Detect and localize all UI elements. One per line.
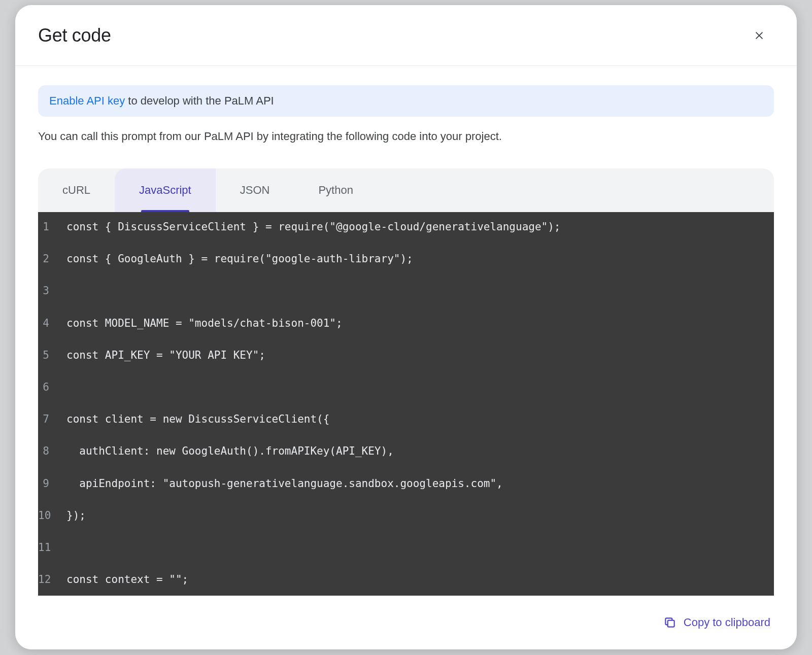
line-number: 8 <box>38 443 66 460</box>
code-line: 5const API_KEY = "YOUR API KEY"; <box>38 348 774 364</box>
tab-label: Python <box>318 184 353 197</box>
code-line: 7const client = new DiscussServiceClient… <box>38 411 774 428</box>
enable-api-key-link[interactable]: Enable API key <box>49 94 125 107</box>
line-number: 12 <box>38 572 66 588</box>
code-scroll[interactable]: 1const { DiscussServiceClient } = requir… <box>38 212 774 596</box>
line-content: apiEndpoint: "autopush-generativelanguag… <box>66 476 774 492</box>
tab-python[interactable]: Python <box>294 168 378 212</box>
line-number: 5 <box>38 348 66 364</box>
info-banner: Enable API key to develop with the PaLM … <box>38 85 774 117</box>
tab-label: JavaScript <box>139 184 191 197</box>
code-line: 4const MODEL_NAME = "models/chat-bison-0… <box>38 316 774 332</box>
dialog-header: Get code <box>15 5 797 66</box>
copy-to-clipboard-button[interactable]: Copy to clipboard <box>658 610 775 635</box>
line-number: 1 <box>38 219 66 235</box>
line-content: const { DiscussServiceClient } = require… <box>66 219 774 235</box>
tab-label: JSON <box>240 184 270 197</box>
svg-rect-0 <box>667 620 674 627</box>
get-code-dialog: Get code Enable API key to develop with … <box>15 5 797 649</box>
line-content: const MODEL_NAME = "models/chat-bison-00… <box>66 316 774 332</box>
tabs: cURLJavaScriptJSONPython <box>38 168 774 212</box>
tab-curl[interactable]: cURL <box>38 168 115 212</box>
line-number: 6 <box>38 380 66 396</box>
line-number: 10 <box>38 508 66 524</box>
line-number: 3 <box>38 283 66 299</box>
line-content: const client = new DiscussServiceClient(… <box>66 411 774 428</box>
line-content <box>66 283 774 299</box>
code-line: 8 authClient: new GoogleAuth().fromAPIKe… <box>38 443 774 460</box>
code-line: 6 <box>38 380 774 396</box>
copy-icon <box>663 616 676 629</box>
close-button[interactable] <box>747 23 771 48</box>
code-line: 1const { DiscussServiceClient } = requir… <box>38 219 774 235</box>
line-content: }); <box>66 508 774 524</box>
line-content: const context = ""; <box>66 572 774 588</box>
line-number: 2 <box>38 251 66 267</box>
tab-label: cURL <box>62 184 90 197</box>
tab-json[interactable]: JSON <box>216 168 294 212</box>
dialog-footer: Copy to clipboard <box>15 596 797 649</box>
line-content: authClient: new GoogleAuth().fromAPIKey(… <box>66 443 774 460</box>
line-number: 9 <box>38 476 66 492</box>
code-line: 9 apiEndpoint: "autopush-generativelangu… <box>38 476 774 492</box>
dialog-backdrop: Get code Enable API key to develop with … <box>0 0 812 655</box>
dialog-body: Enable API key to develop with the PaLM … <box>15 66 797 596</box>
line-content: const { GoogleAuth } = require("google-a… <box>66 251 774 267</box>
intro-text: You can call this prompt from our PaLM A… <box>38 130 774 143</box>
code-block: 1const { DiscussServiceClient } = requir… <box>38 212 774 596</box>
code-line: 2const { GoogleAuth } = require("google-… <box>38 251 774 267</box>
banner-text: to develop with the PaLM API <box>125 94 274 107</box>
line-number: 11 <box>38 540 66 556</box>
line-content <box>66 380 774 396</box>
line-content: const API_KEY = "YOUR API KEY"; <box>66 348 774 364</box>
code-area: 1const { DiscussServiceClient } = requir… <box>38 212 774 596</box>
code-line: 12const context = ""; <box>38 572 774 588</box>
code-card: cURLJavaScriptJSONPython 1const { Discus… <box>38 168 774 596</box>
code-line: 11 <box>38 540 774 556</box>
code-line: 3 <box>38 283 774 299</box>
line-number: 7 <box>38 411 66 428</box>
dialog-title: Get code <box>38 25 111 46</box>
line-content <box>66 540 774 556</box>
tab-javascript[interactable]: JavaScript <box>115 168 216 212</box>
close-icon <box>754 30 765 41</box>
line-number: 4 <box>38 316 66 332</box>
code-line: 10}); <box>38 508 774 524</box>
copy-label: Copy to clipboard <box>684 616 770 629</box>
